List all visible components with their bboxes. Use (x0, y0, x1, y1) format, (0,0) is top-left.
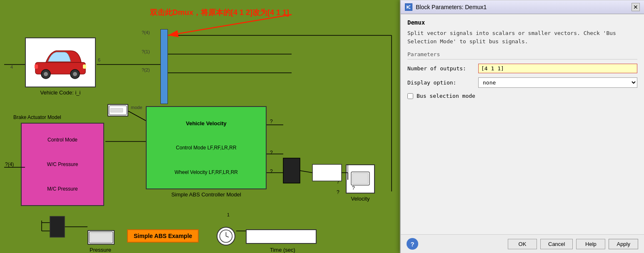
velocity-block: Velocity (346, 164, 375, 193)
outputs-row: Number of outputs: (407, 64, 637, 73)
brake-actuator-block: Brake Actuator Model Control Mode W/C Pr… (21, 123, 104, 206)
svg-point-32 (73, 72, 77, 76)
outputs-input[interactable] (478, 64, 637, 73)
abs-control-mode: Control Mode LF,RF,LR,RR (176, 145, 236, 151)
display-option-select[interactable]: none bar magnitude magnitude&angle (478, 77, 637, 88)
display-option-row: Display option: none bar magnitude magni… (407, 77, 637, 88)
abs-out-q3: ? (270, 169, 273, 174)
dialog-help-text-button[interactable]: Help (576, 239, 605, 249)
outputs-label: Number of outputs: (407, 65, 474, 72)
pressure-display (87, 230, 115, 245)
demux-label-4: ?(4) (142, 30, 150, 35)
car-icon (31, 46, 90, 79)
dialog-title-left: Block Parameters: Demux1 (405, 3, 487, 11)
svg-rect-40 (90, 233, 112, 242)
demux-label-1: ?(1) (142, 49, 150, 54)
dialog-close-button[interactable]: ✕ (632, 3, 640, 11)
demux-block[interactable] (160, 29, 168, 104)
abs-block-label: Simple ABS Controller Model (147, 191, 266, 198)
bus-selection-checkbox[interactable] (407, 93, 413, 99)
dialog-footer: ? OK Cancel Help Apply (401, 234, 644, 253)
brake-item-2: W/C Pressure (47, 161, 78, 167)
dialog-titlebar: Block Parameters: Demux1 ✕ (401, 0, 644, 14)
mode-block (107, 104, 128, 117)
abs-controller-block: Vehicle Velocity Control Mode LF,RF,LR,R… (146, 106, 267, 189)
annotation-text: 双击此Dmux，将原本的[4 1 2]改为[4 1 1] (150, 7, 289, 17)
svg-line-17 (300, 171, 312, 173)
brake-item-3: M/C Pressure (47, 186, 77, 192)
brake-block-label: Brake Actuator Model (13, 114, 61, 120)
abs-out-q1: ? (270, 119, 273, 124)
velocity-label: Velocity (347, 196, 374, 202)
brake-item-1: Control Mode (47, 137, 77, 143)
dialog-block-name: Demux (407, 19, 637, 26)
svg-rect-38 (352, 173, 368, 184)
svg-line-27 (168, 15, 292, 35)
svg-rect-14 (312, 164, 342, 181)
dialog-ok-button[interactable]: OK (508, 239, 537, 249)
mode-label: mode (131, 105, 142, 110)
input-port-4: 4 (10, 64, 13, 69)
display-option-label: Display option: (407, 79, 474, 86)
svg-rect-33 (83, 64, 86, 69)
svg-rect-34 (35, 64, 38, 69)
svg-line-7 (128, 111, 146, 121)
dialog-description: Split vector signals into scalars or sma… (407, 29, 637, 45)
clock-icon (219, 229, 233, 243)
dialog-title-text: Block Parameters: Demux1 (416, 4, 487, 10)
dialog-help-button[interactable]: ? (407, 238, 418, 250)
simulink-canvas: 1 双击此Dmux，将原本的[4 1 2]改为[4 1 1] 4 (0, 0, 400, 253)
svg-text:1: 1 (227, 212, 230, 217)
vehicle-label: Vehicle Code: i_i (26, 89, 95, 96)
vel-q2: ? (337, 189, 339, 195)
output-6-label: 6 (98, 57, 100, 62)
demux-label-2: ?(2) (142, 67, 150, 72)
port-q4: ?(4) (5, 161, 14, 167)
dialog-cancel-button[interactable]: Cancel (540, 239, 573, 249)
block-parameters-dialog: Block Parameters: Demux1 ✕ Demux Split v… (400, 0, 644, 253)
svg-rect-13 (283, 158, 300, 183)
dialog-apply-button[interactable]: Apply (609, 239, 638, 249)
dialog-body: Demux Split vector signals into scalars … (401, 14, 644, 234)
time-display (246, 229, 317, 244)
dialog-block-icon (405, 3, 412, 11)
pressure-label: Pressure (90, 247, 111, 253)
abs-example-button[interactable]: Simple ABS Example (127, 229, 199, 243)
svg-rect-36 (110, 108, 123, 112)
abs-wheel-velocity: Wheel Velocity LF,RF,LR,RR (175, 169, 238, 175)
vel-q1: ? (337, 179, 339, 185)
dialog-section-params: Parameters (407, 51, 637, 60)
bus-selection-row: Bus selection mode (407, 93, 637, 99)
vehicle-block: Vehicle Code: i_i (25, 37, 96, 87)
svg-point-31 (44, 72, 48, 76)
abs-velocity: Vehicle Velocity (186, 120, 227, 126)
abs-out-q2: ? (270, 150, 273, 156)
vel-q3: ? (352, 185, 355, 191)
svg-rect-23 (50, 216, 65, 237)
time-label: Time (sec) (270, 247, 295, 253)
clock-block (217, 227, 235, 246)
bus-selection-label: Bus selection mode (417, 93, 475, 99)
